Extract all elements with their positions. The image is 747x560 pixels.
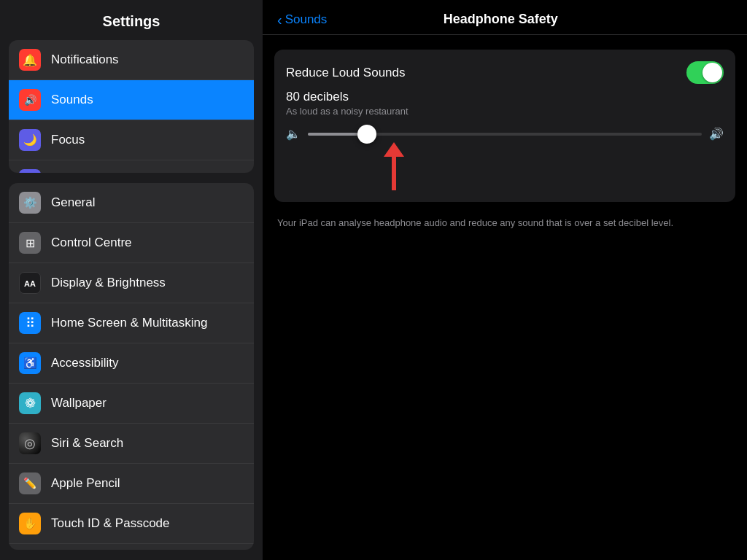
moon-icon bbox=[23, 133, 37, 147]
touchid-icon bbox=[19, 513, 41, 534]
notifications-icon bbox=[19, 49, 41, 71]
toggle-row: Reduce Loud Sounds bbox=[286, 61, 724, 84]
controlcentre-icon bbox=[19, 232, 41, 254]
sidebar-group-top: Notifications Sounds Focus Screen Time bbox=[9, 40, 254, 173]
sidebar-item-label-display: Display & Brightness bbox=[51, 276, 166, 290]
display-icon bbox=[19, 272, 41, 294]
sidebar-item-label-sounds: Sounds bbox=[51, 93, 93, 107]
decibel-value: 80 decibels bbox=[286, 90, 724, 104]
sidebar-item-focus[interactable]: Focus bbox=[9, 120, 254, 160]
gear-icon bbox=[23, 196, 37, 209]
toggle-label: Reduce Loud Sounds bbox=[286, 66, 406, 80]
arrow-head bbox=[384, 142, 404, 157]
sliders-icon bbox=[26, 236, 35, 250]
footnote: Your iPad can analyse headphone audio an… bbox=[274, 209, 735, 230]
sidebar-item-accessibility[interactable]: Accessibility bbox=[9, 343, 254, 384]
applepencil-icon bbox=[19, 472, 41, 494]
volume-slider-track[interactable] bbox=[308, 133, 702, 136]
sidebar-item-general[interactable]: General bbox=[9, 183, 254, 223]
main-panel: ‹ Sounds Headphone Safety Reduce Loud So… bbox=[263, 0, 747, 560]
main-content: Reduce Loud Sounds 80 decibels As loud a… bbox=[263, 35, 747, 244]
pencil-icon bbox=[23, 477, 37, 490]
sidebar: Settings Notifications Sounds Focus Scre… bbox=[0, 0, 263, 560]
reduce-loud-sounds-toggle[interactable] bbox=[686, 61, 724, 84]
arrow-shaft bbox=[392, 157, 396, 190]
arrow-annotation bbox=[384, 142, 404, 190]
headphone-safety-card: Reduce Loud Sounds 80 decibels As loud a… bbox=[274, 50, 735, 202]
sidebar-item-screentime[interactable]: Screen Time bbox=[9, 160, 254, 173]
sidebar-item-homescreen[interactable]: Home Screen & Multitasking bbox=[9, 303, 254, 343]
sidebar-item-label-homescreen: Home Screen & Multitasking bbox=[51, 316, 207, 330]
sidebar-item-label-controlcentre: Control Centre bbox=[51, 236, 132, 250]
sidebar-item-label: Notifications bbox=[51, 52, 119, 67]
hand-icon bbox=[23, 357, 37, 370]
back-button[interactable]: ‹ Sounds bbox=[277, 12, 327, 27]
screentime-icon bbox=[19, 169, 41, 173]
back-chevron-icon: ‹ bbox=[277, 12, 282, 27]
sound-icon bbox=[24, 93, 36, 106]
sidebar-item-siri[interactable]: Siri & Search bbox=[9, 424, 254, 464]
aa-icon bbox=[24, 276, 36, 289]
dots-icon bbox=[26, 315, 35, 331]
volume-low-icon: 🔈 bbox=[286, 127, 301, 141]
sidebar-item-controlcentre[interactable]: Control Centre bbox=[9, 223, 254, 263]
general-icon bbox=[19, 192, 41, 214]
sidebar-item-label-general: General bbox=[51, 195, 95, 210]
flower-icon bbox=[25, 395, 36, 411]
accessibility-icon bbox=[19, 352, 41, 374]
wallpaper-icon bbox=[19, 392, 41, 414]
bell-icon bbox=[23, 53, 37, 67]
sidebar-title: Settings bbox=[0, 0, 263, 40]
decibel-desc: As loud as a noisy restaurant bbox=[286, 106, 724, 117]
page-title: Headphone Safety bbox=[327, 12, 674, 27]
sidebar-item-battery[interactable]: Battery bbox=[9, 544, 254, 550]
volume-slider-container: 🔈 🔊 bbox=[286, 127, 724, 141]
sidebar-item-label-accessibility: Accessibility bbox=[51, 356, 119, 370]
back-label: Sounds bbox=[285, 12, 328, 27]
sidebar-item-applepencil[interactable]: Apple Pencil bbox=[9, 464, 254, 504]
slider-thumb[interactable] bbox=[357, 125, 376, 144]
volume-high-icon: 🔊 bbox=[709, 127, 724, 141]
siri-icon-bg bbox=[19, 432, 41, 454]
sidebar-item-label-focus: Focus bbox=[51, 133, 85, 147]
sidebar-item-label-siri: Siri & Search bbox=[51, 436, 123, 451]
sidebar-item-label-applepencil: Apple Pencil bbox=[51, 476, 120, 491]
sidebar-item-wallpaper[interactable]: Wallpaper bbox=[9, 384, 254, 424]
focus-icon bbox=[19, 129, 41, 151]
fingerprint-icon bbox=[23, 517, 37, 530]
sidebar-item-sounds[interactable]: Sounds bbox=[9, 80, 254, 120]
sounds-icon bbox=[19, 89, 41, 111]
sidebar-item-notifications[interactable]: Notifications bbox=[9, 40, 254, 80]
sidebar-item-label-touchid: Touch ID & Passcode bbox=[51, 516, 170, 531]
siri-icon bbox=[24, 435, 36, 451]
sidebar-item-touchid[interactable]: Touch ID & Passcode bbox=[9, 504, 254, 544]
main-header: ‹ Sounds Headphone Safety bbox=[263, 0, 747, 35]
sidebar-group-middle: General Control Centre Display & Brightn… bbox=[9, 183, 254, 550]
homescreen-icon bbox=[19, 312, 41, 334]
sidebar-item-display[interactable]: Display & Brightness bbox=[9, 263, 254, 303]
sidebar-item-label-wallpaper: Wallpaper bbox=[51, 396, 107, 411]
